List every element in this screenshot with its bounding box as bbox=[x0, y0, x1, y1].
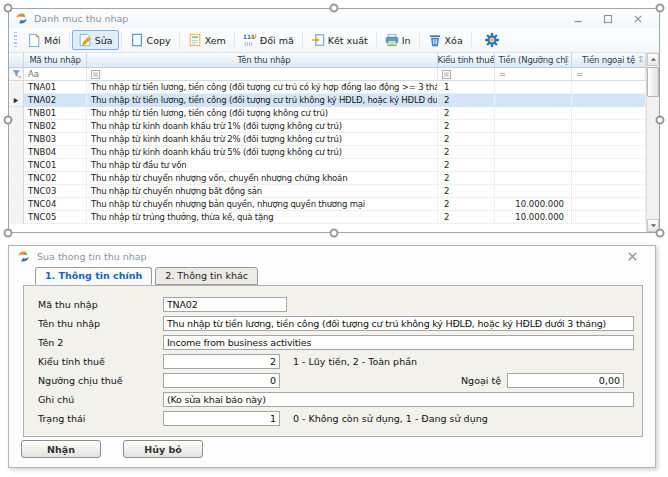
scroll-up-button[interactable] bbox=[647, 53, 659, 66]
field-row-name: Tên thu nhập bbox=[38, 314, 642, 333]
row-code: TNB04 bbox=[24, 146, 87, 158]
export-button[interactable]: Kết xuất bbox=[305, 30, 374, 50]
header-code[interactable]: Mã thu nhập bbox=[24, 53, 87, 67]
selection-handle[interactable] bbox=[330, 4, 339, 13]
filter-type-cell[interactable] bbox=[438, 68, 495, 80]
selection-handle[interactable] bbox=[4, 229, 13, 238]
row-tax-type: 2 bbox=[438, 94, 495, 106]
header-name[interactable]: Tên thu nhập bbox=[87, 53, 438, 67]
row-threshold bbox=[495, 133, 572, 145]
selection-handle[interactable] bbox=[4, 4, 13, 13]
filter-code-cell[interactable]: Aa bbox=[24, 68, 87, 80]
cancel-button[interactable]: Hủy bỏ bbox=[123, 440, 203, 458]
row-code: TNB02 bbox=[24, 120, 87, 132]
dialog-title-bar: Sua thong tin thu nhap bbox=[9, 246, 655, 266]
new-document-icon bbox=[27, 33, 41, 47]
table-row[interactable]: TNB04 Thu nhập từ kinh doanh khấu trừ 5%… bbox=[9, 146, 646, 159]
table-row[interactable]: TNC02 Thu nhập từ chuyển nhượng vốn, chu… bbox=[9, 172, 646, 185]
row-threshold bbox=[495, 172, 572, 184]
row-code: TNC04 bbox=[24, 198, 87, 210]
scrollbar-thumb[interactable] bbox=[647, 67, 659, 97]
status-input[interactable] bbox=[163, 411, 280, 426]
note-input[interactable] bbox=[163, 392, 634, 407]
selection-handle[interactable] bbox=[656, 229, 665, 238]
view-button[interactable]: Xem bbox=[182, 30, 232, 50]
table-row[interactable]: TNC01 Thu nhập từ đầu tư vốn 2 bbox=[9, 159, 646, 172]
row-tax-type: 2 bbox=[438, 133, 495, 145]
window-title: Danh muc thu nhap bbox=[34, 13, 563, 24]
row-foreign bbox=[572, 120, 646, 132]
filter-box-icon bbox=[91, 70, 100, 79]
dialog-close-button[interactable] bbox=[617, 248, 647, 264]
row-indicator bbox=[9, 159, 24, 171]
tab-other-info[interactable]: 2. Thông tin khác bbox=[155, 267, 258, 285]
row-foreign bbox=[572, 146, 646, 158]
name-input[interactable] bbox=[163, 316, 634, 331]
close-button[interactable] bbox=[623, 11, 653, 27]
new-button[interactable]: Mới bbox=[21, 30, 67, 50]
selection-handle[interactable] bbox=[656, 116, 665, 125]
code-input[interactable] bbox=[163, 297, 287, 312]
row-tax-type: 2 bbox=[438, 159, 495, 171]
change-code-button[interactable]: 111 Đổi mã bbox=[237, 30, 300, 50]
gear-icon bbox=[484, 32, 500, 48]
vertical-scrollbar[interactable] bbox=[646, 53, 659, 232]
name2-input[interactable] bbox=[163, 335, 634, 350]
copy-button[interactable]: Copy bbox=[124, 30, 177, 50]
table-row[interactable]: TNB01 Thu nhập từ tiền lương, tiền công … bbox=[9, 107, 646, 120]
table-row[interactable]: TNC04 Thu nhập từ chuyển nhượng bản quyề… bbox=[9, 198, 646, 211]
table-row[interactable]: TNC05 Thu nhập từ trúng thưởng, thừa kế,… bbox=[9, 211, 646, 224]
row-indicator bbox=[9, 211, 24, 223]
field-row-note: Ghi chú bbox=[38, 390, 642, 409]
table-row[interactable]: TNC03 Thu nhập từ chuyển nhượng bất động… bbox=[9, 185, 646, 198]
filter-threshold-cell[interactable]: = bbox=[495, 68, 572, 80]
row-name: Thu nhập từ đầu tư vốn bbox=[87, 159, 438, 171]
sum-icon[interactable]: Σ bbox=[564, 55, 569, 64]
threshold-input[interactable] bbox=[163, 373, 280, 388]
table-row-selected[interactable]: TNA02 Thu nhập từ tiền lương, tiền công … bbox=[9, 94, 646, 107]
edit-button[interactable]: Sửa bbox=[72, 30, 119, 50]
tax-type-input[interactable] bbox=[163, 354, 280, 369]
table-row[interactable]: TNB02 Thu nhập từ kinh doanh khấu trừ 1%… bbox=[9, 120, 646, 133]
header-indicator-cell bbox=[9, 53, 24, 67]
row-tax-type: 2 bbox=[438, 120, 495, 132]
sum-icon[interactable]: Σ bbox=[638, 55, 643, 64]
tab-main-info[interactable]: 1. Thông tin chính bbox=[35, 267, 152, 285]
maximize-button[interactable] bbox=[593, 11, 623, 27]
settings-button[interactable] bbox=[478, 29, 506, 51]
minimize-button[interactable] bbox=[563, 11, 593, 27]
row-threshold bbox=[495, 120, 572, 132]
print-button[interactable]: In bbox=[379, 30, 417, 50]
filter-name-cell[interactable] bbox=[87, 68, 438, 80]
row-indicator bbox=[9, 94, 24, 106]
selection-handle[interactable] bbox=[330, 229, 339, 238]
row-name: Thu nhập từ kinh doanh khấu trừ 5% (đối … bbox=[87, 146, 438, 158]
row-name: Thu nhập từ kinh doanh khấu trừ 1% (đối … bbox=[87, 120, 438, 132]
accept-button[interactable]: Nhận bbox=[21, 440, 101, 458]
row-threshold: 10.000.000 bbox=[495, 211, 572, 223]
toolbar: Mới Sửa Copy Xem 111 Đổi mã Kết xuất bbox=[9, 28, 659, 53]
filter-foreign-cell[interactable]: = bbox=[572, 68, 646, 80]
row-foreign bbox=[572, 81, 646, 93]
selection-handle[interactable] bbox=[4, 116, 13, 125]
header-foreign[interactable]: Tiền ngoại tệΣ bbox=[572, 53, 646, 67]
delete-button[interactable]: Xóa bbox=[422, 30, 469, 50]
filter-funnel-cell[interactable] bbox=[9, 68, 24, 80]
toolbar-grip[interactable] bbox=[14, 32, 17, 49]
row-code: TNC02 bbox=[24, 172, 87, 184]
copy-icon bbox=[130, 33, 144, 47]
header-threshold[interactable]: Tiền (Ngưỡng chịΣ bbox=[495, 53, 572, 67]
arrow-up-icon bbox=[650, 56, 657, 63]
table-row[interactable]: TNB03 Thu nhập từ kinh doanh khấu trừ 2%… bbox=[9, 133, 646, 146]
row-tax-type: 2 bbox=[438, 198, 495, 210]
dialog-tabs: 1. Thông tin chính 2. Thông tin khác bbox=[35, 267, 258, 285]
edit-dialog: Sua thong tin thu nhap 1. Thông tin chín… bbox=[8, 245, 656, 468]
header-tax-type[interactable]: Kiểu tính thuế bbox=[438, 53, 495, 67]
name2-label: Tên 2 bbox=[38, 337, 163, 348]
row-foreign bbox=[572, 211, 646, 223]
selection-handle[interactable] bbox=[656, 4, 665, 13]
row-threshold bbox=[495, 185, 572, 197]
foreign-currency-input[interactable] bbox=[507, 373, 624, 388]
table-row[interactable]: TNA01 Thu nhập từ tiền lương, tiền công … bbox=[9, 81, 646, 94]
filter-funnel-icon bbox=[12, 69, 22, 79]
